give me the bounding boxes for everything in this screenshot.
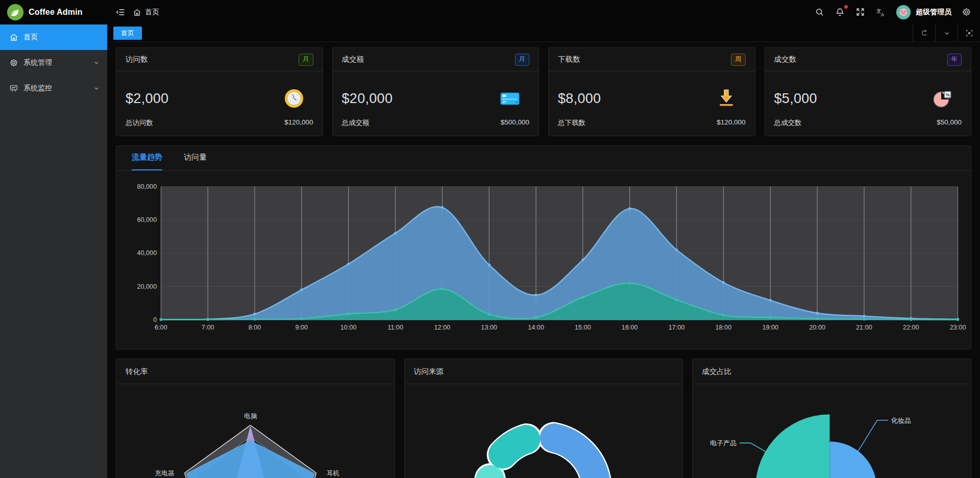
period-badge: 月	[515, 54, 530, 66]
svg-text:40,000: 40,000	[137, 249, 157, 257]
stat-footer-value: $500,000	[501, 118, 529, 128]
notification-dot	[844, 5, 848, 9]
svg-text:%: %	[946, 92, 950, 97]
svg-text:13:00: 13:00	[481, 323, 497, 331]
main-area: 首页	[107, 0, 980, 478]
home-icon	[9, 33, 18, 42]
tab-traffic-trend[interactable]: 流量趋势	[132, 146, 162, 170]
svg-text:8:00: 8:00	[249, 323, 261, 331]
svg-text:电子产品: 电子产品	[710, 439, 737, 447]
stat-card-visits: 访问数 月 $2,000	[116, 47, 323, 136]
svg-text:电脑: 电脑	[244, 413, 257, 420]
content: 访问数 月 $2,000	[107, 42, 980, 478]
svg-text:9:00: 9:00	[295, 323, 308, 331]
svg-text:19:00: 19:00	[762, 323, 778, 331]
tabbar: 首页	[107, 24, 980, 42]
svg-text:充电器: 充电器	[155, 470, 175, 477]
svg-text:22:00: 22:00	[903, 323, 919, 331]
bell-icon	[835, 7, 845, 17]
stat-footer-value: $120,000	[284, 118, 313, 128]
sidebar-item-system-management[interactable]: 系统管理	[0, 50, 107, 76]
app-root: Coffee Admin 首页 系统管理	[0, 0, 980, 478]
sidebar-item-label: 系统管理	[23, 58, 88, 67]
stat-footer-label: 总访问数	[126, 118, 153, 128]
stat-card-title: 成交额	[342, 55, 364, 64]
svg-text:23:00: 23:00	[950, 323, 966, 331]
conversion-radar-chart[interactable]: 电脑耳机充电器	[116, 384, 395, 478]
search-icon[interactable]	[815, 7, 825, 17]
period-badge: 周	[731, 54, 746, 66]
sidebar-item-home[interactable]: 首页	[0, 24, 107, 50]
svg-text:80,000: 80,000	[137, 183, 157, 190]
translate-icon[interactable]: 文 A	[876, 7, 886, 17]
breadcrumb-label: 首页	[145, 8, 159, 17]
stat-footer-label: 总成交额	[342, 118, 370, 128]
fullscreen-icon[interactable]	[855, 7, 866, 17]
svg-text:7:00: 7:00	[202, 323, 214, 331]
svg-text:60,000: 60,000	[137, 216, 157, 223]
svg-text:15:00: 15:00	[575, 323, 591, 331]
stat-value: $5,000	[774, 91, 817, 107]
stat-footer-label: 总成交数	[774, 118, 802, 128]
svg-text:18:00: 18:00	[715, 323, 731, 331]
trend-tabs: 流量趋势 访问量	[116, 146, 971, 171]
download-icon	[716, 88, 737, 109]
stat-footer-value: $120,000	[717, 118, 745, 128]
chevron-down-icon[interactable]	[935, 24, 958, 41]
stats-row: 访问数 月 $2,000	[116, 47, 971, 136]
stat-card-title: 成交数	[774, 55, 797, 64]
refresh-icon[interactable]	[913, 24, 935, 41]
chevron-down-icon	[93, 85, 100, 92]
svg-text:20,000: 20,000	[137, 282, 157, 290]
visit-source-donut-chart[interactable]	[405, 384, 683, 478]
collapse-menu-icon[interactable]	[115, 7, 126, 17]
stat-card-turnover: 成交额 月 $20,000	[332, 47, 540, 136]
stat-card-title: 访问数	[126, 55, 148, 64]
tab-home[interactable]: 首页	[113, 27, 142, 40]
svg-text:0: 0	[153, 315, 157, 323]
stat-footer-label: 总下载数	[558, 118, 585, 128]
user-name[interactable]: 超级管理员	[916, 8, 951, 17]
card-title: 访问来源	[414, 367, 444, 376]
stat-card-downloads: 下载数 周 $8,000	[548, 47, 755, 136]
bottom-row: 转化率 电脑耳机充电器 访问来源 成交占比 电子产品化妆品	[116, 359, 971, 478]
deal-share-rose-chart[interactable]: 电子产品化妆品	[693, 384, 971, 478]
svg-text:20:00: 20:00	[809, 323, 825, 331]
stat-value: $8,000	[558, 91, 601, 107]
monitor-icon	[9, 84, 18, 93]
card-title: 成交占比	[702, 367, 731, 376]
svg-text:化妆品: 化妆品	[891, 417, 911, 424]
app-title: Coffee Admin	[29, 8, 83, 17]
svg-text:16:00: 16:00	[622, 323, 638, 331]
gear-icon	[9, 58, 18, 67]
traffic-trend-chart[interactable]: 020,00040,00060,00080,0006:007:008:009:0…	[116, 171, 971, 349]
svg-text:12:00: 12:00	[434, 323, 451, 331]
breadcrumb[interactable]: 首页	[133, 8, 159, 17]
tab-visit-volume[interactable]: 访问量	[184, 146, 207, 170]
pie-percent-icon: %	[932, 88, 952, 109]
svg-text:11:00: 11:00	[387, 323, 403, 331]
topbar: 首页	[107, 0, 980, 24]
stat-footer-value: $50,000	[937, 118, 962, 128]
svg-text:21:00: 21:00	[856, 323, 872, 331]
svg-text:14:00: 14:00	[528, 323, 544, 331]
svg-text:17:00: 17:00	[669, 323, 685, 331]
sidebar-item-label: 首页	[23, 33, 100, 42]
avatar[interactable]	[896, 5, 911, 19]
sidebar: Coffee Admin 首页 系统管理	[0, 0, 107, 478]
notifications-button[interactable]	[835, 7, 845, 17]
maximize-icon[interactable]	[958, 24, 980, 41]
logo: Coffee Admin	[0, 0, 107, 24]
gear-icon[interactable]	[962, 7, 972, 17]
stat-card-title: 下载数	[558, 55, 580, 64]
sidebar-item-label: 系统监控	[23, 84, 88, 93]
card-title: 转化率	[126, 367, 148, 376]
stat-card-deals: 成交数 年 $5,000	[765, 47, 972, 136]
credit-card-icon	[500, 88, 520, 109]
visit-source-card: 访问来源	[404, 359, 683, 478]
sidebar-item-system-monitor[interactable]: 系统监控	[0, 76, 107, 101]
svg-text:6:00: 6:00	[155, 323, 167, 331]
stat-value: $20,000	[342, 91, 393, 107]
clock-icon	[284, 88, 304, 109]
deal-share-card: 成交占比 电子产品化妆品	[692, 359, 971, 478]
